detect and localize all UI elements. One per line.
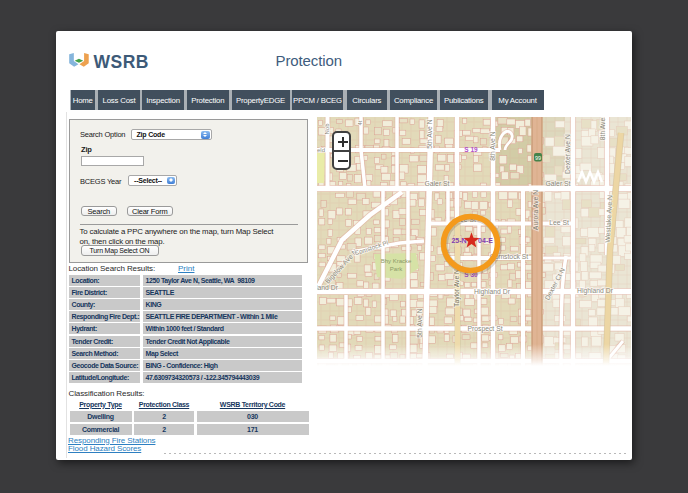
svg-text:4t: 4t [357,120,363,125]
svg-text:Park: Park [390,266,403,272]
svg-text:Highland Dr: Highland Dr [474,288,511,296]
svg-text:Taylor Ave N: Taylor Ave N [453,269,461,307]
svg-text:Aurora Ave N: Aurora Ave N [532,190,539,230]
svg-text:Galer St: Galer St [546,180,571,187]
svg-text:Bhy Kracke: Bhy Kracke [381,258,412,264]
svg-text:5th Ave N: 5th Ave N [426,119,433,148]
svg-text:Galer St: Galer St [425,180,450,187]
svg-text:8th Ave N: 8th Ave N [489,131,496,160]
svg-text:Nob: Nob [324,123,330,135]
svg-text:S 19: S 19 [464,146,478,153]
svg-text:Lee St: Lee St [549,219,569,226]
svg-text:Highland Dr: Highland Dr [577,287,614,295]
svg-text:04-E: 04-E [478,237,493,244]
svg-text:8th Ave: 8th Ave [599,118,606,141]
svg-text:25-N: 25-N [451,237,466,244]
svg-text:eld: eld [317,147,325,153]
svg-text:99: 99 [535,155,541,161]
svg-text:Dexter Ave N: Dexter Ave N [564,134,571,174]
svg-text:Prospect St: Prospect St [467,325,502,333]
svg-text:5th Ave N: 5th Ave N [416,308,423,337]
